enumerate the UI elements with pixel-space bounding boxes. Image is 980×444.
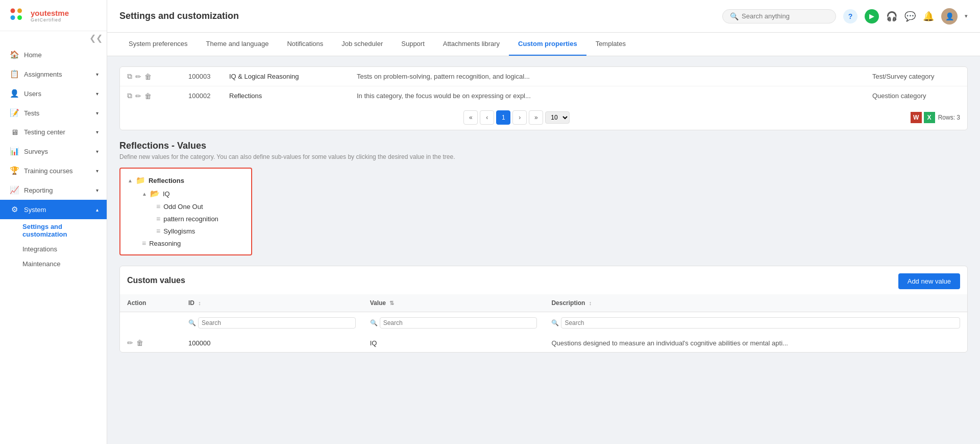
pdf-export-icon[interactable]: W (911, 112, 922, 123)
custom-row-value: IQ (363, 334, 545, 352)
search-box[interactable]: 🔍 (722, 9, 836, 24)
tree-item-odd[interactable]: ≡ Odd One Out (156, 200, 244, 213)
tab-theme-language[interactable]: Theme and language (197, 33, 278, 56)
custom-values-header: Custom values Add new value (120, 266, 967, 289)
tab-templates[interactable]: Templates (586, 33, 635, 56)
iq-folder-icon: 📂 (150, 189, 160, 198)
assignments-arrow: ▾ (96, 72, 99, 77)
tree-iq-children: ≡ Odd One Out ≡ pattern recognition ≡ Sy… (142, 200, 244, 237)
user-dropdown-arrow[interactable]: ▾ (965, 13, 968, 19)
sidebar-item-testing-center[interactable]: 🖥 Testing center ▾ (0, 123, 107, 142)
delete-icon-1[interactable]: 🗑 (144, 73, 152, 81)
tab-job-scheduler[interactable]: Job scheduler (332, 33, 392, 56)
delete-icon-2[interactable]: 🗑 (144, 92, 152, 100)
headphone-icon[interactable]: 🎧 (886, 11, 897, 22)
col-description: Description ↕ (544, 294, 967, 312)
tree-iq-label: IQ (163, 190, 170, 198)
sidebar-sub-integrations[interactable]: Integrations (22, 242, 107, 256)
desc-search-icon: 🔍 (551, 319, 559, 326)
copy-icon-1[interactable]: ⧉ (127, 72, 132, 81)
search-input[interactable] (742, 12, 828, 20)
sidebar-item-training-courses[interactable]: 🏆 Training courses ▾ (0, 161, 107, 180)
sidebar-item-surveys[interactable]: 📊 Surveys ▾ (0, 142, 107, 161)
sidebar-label-reporting: Reporting (24, 186, 91, 194)
tree-iq-item[interactable]: ▲ 📂 IQ (142, 187, 244, 200)
value-sort-icon[interactable]: ⇅ (389, 300, 394, 306)
id-sort-icon[interactable]: ↕ (198, 300, 201, 306)
tab-support[interactable]: Support (392, 33, 434, 56)
svg-point-2 (11, 15, 15, 20)
sidebar-item-assignments[interactable]: 📋 Assignments ▾ (0, 64, 107, 84)
tree-item-pattern[interactable]: ≡ pattern recognition (156, 213, 244, 225)
tree-root-arrow: ▲ (128, 178, 133, 183)
reporting-arrow: ▾ (96, 188, 99, 193)
play-icon[interactable]: ▶ (865, 9, 879, 24)
reflections-tree: ▲ 📁 Reflections ▲ 📂 IQ ≡ Odd One Out (119, 168, 252, 255)
collapse-icon[interactable]: ❮❮ (89, 33, 103, 43)
per-page-select[interactable]: 10 25 50 (545, 111, 570, 124)
tree-item-syllogisms[interactable]: ≡ Syllogisms (156, 225, 244, 237)
sidebar-label-training: Training courses (24, 167, 91, 175)
sidebar-item-reporting[interactable]: 📈 Reporting ▾ (0, 180, 107, 200)
next-page-btn[interactable]: › (512, 110, 527, 125)
edit-icon-1[interactable]: ✏ (135, 73, 141, 81)
tab-system-preferences[interactable]: System preferences (119, 33, 197, 56)
col-value: Value ⇅ (363, 294, 545, 312)
custom-value-row: ✏ 🗑 100000 IQ Questions designed to meas… (120, 334, 967, 352)
properties-table: ⧉ ✏ 🗑 100003 IQ & Logical Reasoning Test… (120, 67, 967, 105)
row-1-id: 100003 (181, 67, 222, 86)
row-2-id: 100002 (181, 86, 222, 106)
desc-sort-icon[interactable]: ↕ (589, 300, 592, 306)
prev-page-btn[interactable]: ‹ (480, 110, 494, 125)
copy-icon-2[interactable]: ⧉ (127, 91, 132, 100)
tree-reasoning-item[interactable]: ≡ Reasoning (142, 237, 244, 249)
value-search-input[interactable] (380, 317, 537, 329)
help-icon[interactable]: ? (843, 9, 857, 24)
export-icons: W X (911, 112, 935, 123)
sidebar-label-home: Home (24, 51, 99, 59)
sidebar-item-users[interactable]: 👤 Users ▾ (0, 84, 107, 103)
custom-edit-icon[interactable]: ✏ (127, 339, 133, 347)
table-search-row: 🔍 🔍 🔍 (120, 312, 967, 334)
sidebar-item-system[interactable]: ⚙ System ▴ (0, 200, 107, 219)
assignments-icon: 📋 (10, 69, 19, 79)
sidebar-item-home[interactable]: 🏠 Home (0, 45, 107, 64)
user-avatar[interactable]: 👤 (941, 8, 958, 25)
sidebar-label-users: Users (24, 90, 91, 98)
iq-arrow: ▲ (142, 191, 147, 197)
sidebar-collapse-btn[interactable]: ❮❮ (0, 31, 107, 45)
svg-point-0 (11, 9, 15, 13)
sidebar-item-tests[interactable]: 📝 Tests ▾ (0, 103, 107, 123)
add-new-value-btn[interactable]: Add new value (898, 273, 960, 289)
edit-icon-2[interactable]: ✏ (135, 92, 141, 100)
last-page-btn[interactable]: » (529, 110, 543, 125)
first-page-btn[interactable]: « (463, 110, 478, 125)
tree-root[interactable]: ▲ 📁 Reflections (128, 174, 244, 187)
pagination-wrapper: « ‹ 1 › » 10 25 50 W X Rows: (120, 105, 967, 130)
tab-attachments-library[interactable]: Attachments library (434, 33, 509, 56)
desc-search-input[interactable] (561, 317, 960, 329)
bell-icon[interactable]: 🔔 (923, 11, 934, 22)
custom-row-actions: ✏ 🗑 (127, 339, 174, 347)
tab-notifications[interactable]: Notifications (278, 33, 332, 56)
tab-custom-properties[interactable]: Custom properties (509, 33, 586, 56)
col-id: ID ↕ (181, 294, 363, 312)
value-search-icon: 🔍 (370, 319, 378, 326)
testing-center-arrow: ▾ (96, 129, 99, 135)
training-icon: 🏆 (10, 166, 19, 175)
excel-export-icon[interactable]: X (924, 112, 935, 123)
chat-icon[interactable]: 💬 (904, 11, 916, 22)
root-folder-icon: 📁 (136, 176, 145, 185)
row-1-name: IQ & Logical Reasoning (222, 67, 350, 86)
system-icon: ⚙ (10, 205, 19, 214)
properties-table-section: ⧉ ✏ 🗑 100003 IQ & Logical Reasoning Test… (119, 66, 968, 130)
sidebar-sub-maintenance[interactable]: Maintenance (22, 256, 107, 271)
custom-delete-icon[interactable]: 🗑 (136, 339, 143, 347)
pagination-controls: « ‹ 1 › » 10 25 50 (463, 110, 570, 125)
custom-values-title: Custom values (127, 276, 185, 285)
id-search-input[interactable] (198, 317, 356, 329)
page-1-btn[interactable]: 1 (496, 110, 510, 125)
sidebar-sub-settings[interactable]: Settings and customization (22, 219, 107, 242)
training-arrow: ▾ (96, 168, 99, 174)
value-search-cell: 🔍 (363, 312, 545, 334)
